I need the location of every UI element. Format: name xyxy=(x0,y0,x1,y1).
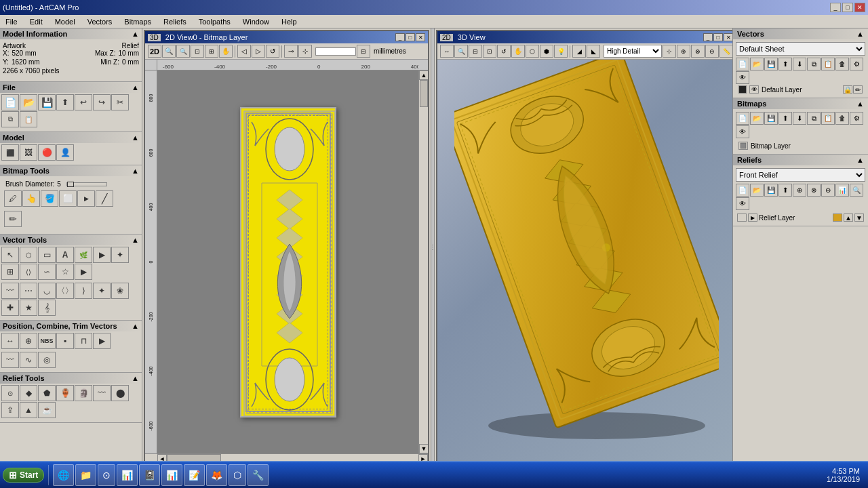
v2d-zoom-out[interactable]: 🔍 xyxy=(176,45,190,58)
taskbar-word[interactable]: 📝 xyxy=(184,464,205,486)
v-filigree-btn[interactable]: 𝄞 xyxy=(38,300,56,316)
taskbar-app9[interactable]: 🔧 xyxy=(248,464,269,486)
pos-crop-btn[interactable]: ▪ xyxy=(56,333,74,349)
r-save-btn[interactable]: 💾 xyxy=(764,184,778,197)
v3d-render1[interactable]: ⊹ xyxy=(663,45,676,58)
new-file-btn[interactable]: 📄 xyxy=(1,94,19,110)
bitmap-line-btn[interactable]: ╱ xyxy=(96,190,113,207)
scroll-up-btn[interactable]: ▲ xyxy=(419,70,428,80)
v-more-btn[interactable]: ▶ xyxy=(93,247,111,263)
menu-file[interactable]: File xyxy=(3,17,20,26)
taskbar-firefox[interactable]: 🦊 xyxy=(206,464,227,486)
b-paste-btn[interactable]: 📋 xyxy=(821,112,835,125)
v-grid-btn[interactable]: ⊞ xyxy=(1,264,19,280)
v2d-pan[interactable]: ✋ xyxy=(219,45,233,58)
relief-collapse-icon[interactable]: ▲ xyxy=(132,374,139,382)
v-node-btn[interactable]: ⬡ xyxy=(20,247,37,263)
v-import-btn[interactable]: ⬆ xyxy=(778,58,792,70)
reliefs-dropdown[interactable]: Front Relief Back Relief xyxy=(736,168,865,182)
layer-visible-btn[interactable]: 👁 xyxy=(749,85,759,94)
v-star-btn[interactable]: ☆ xyxy=(56,264,74,280)
v-save-btn[interactable]: 💾 xyxy=(764,58,778,70)
collapse-icon[interactable]: ▲ xyxy=(132,30,139,38)
taskbar-excel[interactable]: 📊 xyxy=(117,464,138,486)
v-wand-btn[interactable]: ✦ xyxy=(111,247,129,263)
menu-model[interactable]: Model xyxy=(52,17,78,26)
v-open-btn[interactable]: 📂 xyxy=(750,58,764,70)
b-eye-btn[interactable]: 👁 xyxy=(736,125,749,138)
taskbar-chrome[interactable]: ⊙ xyxy=(98,464,115,486)
r-eye-btn[interactable]: 👁 xyxy=(736,197,749,210)
r-func1[interactable]: ⊕ xyxy=(793,184,806,197)
menu-edit[interactable]: Edit xyxy=(27,17,45,26)
brush-slider[interactable] xyxy=(66,182,107,186)
b-open-btn[interactable]: 📂 xyxy=(750,112,764,125)
view-3d-min[interactable]: _ xyxy=(703,33,713,41)
v-wave-btn[interactable]: ∽ xyxy=(38,264,56,280)
bitmaps-header[interactable]: Bitmaps ▲ xyxy=(733,98,868,109)
relief-wave-btn[interactable]: 〰 xyxy=(93,385,111,401)
v-text-btn[interactable]: A xyxy=(56,247,74,263)
v-spiral-btn[interactable]: 〰 xyxy=(1,283,19,299)
b-new-btn[interactable]: 📄 xyxy=(736,112,749,125)
v3d-pan[interactable]: ✋ xyxy=(511,45,525,58)
ruler-btn1[interactable]: ⊸ xyxy=(284,45,298,58)
v-paste-btn2[interactable]: 📋 xyxy=(821,58,835,70)
v-select-btn[interactable]: ↖ xyxy=(1,247,19,263)
layer-edit-btn[interactable]: ✏ xyxy=(853,85,863,94)
r-new-btn[interactable]: 📄 xyxy=(736,184,749,197)
v-flower-btn[interactable]: ❀ xyxy=(111,283,129,299)
menu-reliefs[interactable]: Reliefs xyxy=(161,17,189,26)
taskbar-app8[interactable]: ⬡ xyxy=(229,464,246,486)
relief-cup-btn[interactable]: ☕ xyxy=(38,402,56,418)
relief-extrude-btn[interactable]: ⇪ xyxy=(1,402,19,418)
r-func4[interactable]: 📊 xyxy=(835,184,849,197)
relief-tool1[interactable]: ⊙ xyxy=(1,385,19,401)
file-header[interactable]: File ▲ xyxy=(0,82,142,93)
model-header[interactable]: Model ▲ xyxy=(0,132,142,143)
bitmap-select-btn[interactable]: 👆 xyxy=(22,190,40,207)
v-export-btn[interactable]: ⬇ xyxy=(793,58,806,70)
view-2d-min[interactable]: _ xyxy=(395,33,405,41)
bitmaps-collapse[interactable]: ▲ xyxy=(856,100,864,108)
taskbar-ie[interactable]: 🌐 xyxy=(53,464,74,486)
v3d-solid[interactable]: ⬢ xyxy=(540,45,553,58)
zoom-slider[interactable] xyxy=(315,47,356,56)
v2d-zoom-sel[interactable]: ⊞ xyxy=(205,45,218,58)
relief-down-btn[interactable]: ▼ xyxy=(854,214,864,222)
v3d-measure[interactable]: 📏 xyxy=(719,45,732,58)
pos-text2-btn[interactable]: NBS xyxy=(38,333,56,349)
close-button[interactable]: ✕ xyxy=(854,3,865,12)
vectors-sheet-select[interactable]: Default Sheet xyxy=(736,42,865,56)
view-2d-close[interactable]: ✕ xyxy=(416,33,425,41)
taskbar-powerpoint[interactable]: 📊 xyxy=(161,464,182,486)
pos-combine-btn[interactable]: ⊓ xyxy=(75,333,92,349)
b-delete-btn[interactable]: 🗑 xyxy=(835,112,849,125)
pos-circle-btn[interactable]: ◎ xyxy=(38,352,56,368)
v2d-zoom-fit[interactable]: ⊡ xyxy=(191,45,204,58)
pos-wave3-btn[interactable]: ∿ xyxy=(20,352,37,368)
taskbar-onenote[interactable]: 📓 xyxy=(139,464,160,486)
r-func3[interactable]: ⊖ xyxy=(821,184,835,197)
model-info-header[interactable]: Model Information ▲ xyxy=(0,28,142,39)
v-settings-btn[interactable]: ⚙ xyxy=(850,58,863,70)
2d-badge[interactable]: 2D xyxy=(440,34,453,41)
pos-wave2-btn[interactable]: 〰 xyxy=(1,352,19,368)
position-collapse-icon[interactable]: ▲ xyxy=(132,322,139,330)
v-pattern-btn[interactable]: ⟨⟩ xyxy=(20,264,37,280)
view-3d-close[interactable]: ✕ xyxy=(724,33,732,41)
v-rect-btn[interactable]: ▭ xyxy=(38,247,56,263)
v-star2-btn[interactable]: ★ xyxy=(20,300,37,316)
v2d-next[interactable]: ▷ xyxy=(252,45,265,58)
vectors-header[interactable]: Vectors ▲ xyxy=(733,28,868,39)
relief-visibility-btn[interactable] xyxy=(737,214,747,222)
v3d-light[interactable]: 💡 xyxy=(554,45,568,58)
save-file-btn[interactable]: 💾 xyxy=(38,94,56,110)
v-copy-btn2[interactable]: ⧉ xyxy=(807,58,821,70)
v-more2-btn[interactable]: ▶ xyxy=(75,264,92,280)
v3d-zoom-in[interactable]: 🔍 xyxy=(454,45,468,58)
v-chevron-btn[interactable]: 〈〉 xyxy=(56,283,74,299)
position-header[interactable]: Position, Combine, Trim Vectors ▲ xyxy=(0,321,142,331)
pos-align-btn[interactable]: ⊕ xyxy=(20,333,37,349)
b-copy-btn[interactable]: ⧉ xyxy=(807,112,821,125)
